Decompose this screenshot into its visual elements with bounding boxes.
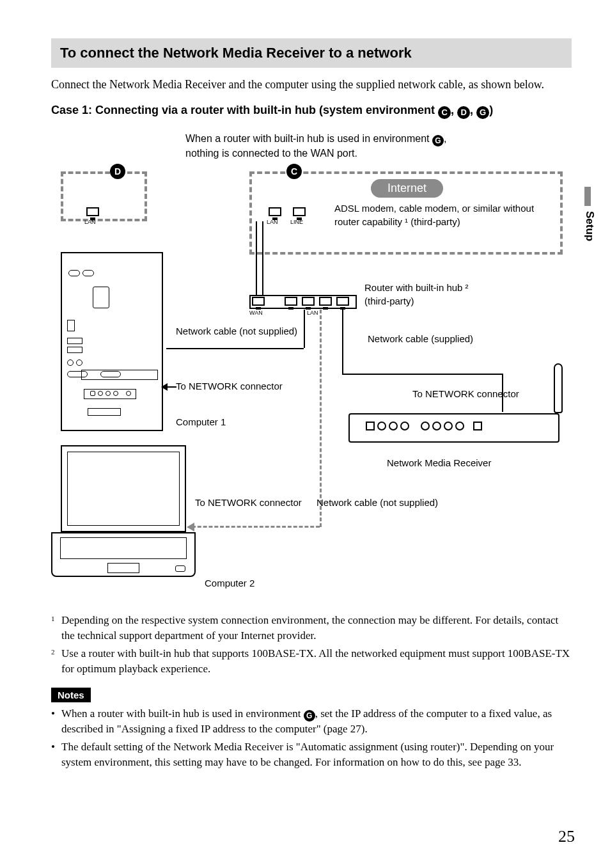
router-label: Router with built-in hub ² (third-party) [364,281,469,308]
case-heading-prefix: Case 1: Connecting via a router with bui… [51,104,438,116]
to-network-connector-label-1: To NETWORK connector [176,380,283,393]
modem-lan-port-icon [269,207,281,216]
env-letter-c: C [438,106,451,119]
cable-modem-router-2 [262,221,263,295]
router-lan-port-icon [285,297,297,306]
section-heading: To connect the Network Media Receiver to… [60,45,563,61]
netcable-ns-text: Network cable (not supplied) [317,497,438,508]
env-note-l2: nothing is connected to the WAN port. [185,148,357,159]
note-item-1: When a router with built-in hub is used … [51,706,572,737]
cable-router-c1-h [166,348,304,349]
cable-router-nmr-down [502,374,503,412]
env-note-letter: G [432,135,444,146]
computer-tower-icon [61,260,163,431]
router-lan-port-icon [336,297,349,306]
router-lan-port-icon [319,297,332,306]
notes-list: When a router with built-in hub is used … [51,706,572,769]
modem-lan-text: LAN [267,219,278,225]
netcable-s-text: Network cable (supplied) [368,333,473,344]
router-lan-port-icon [302,297,315,306]
side-section-label: Setup [583,211,596,241]
router-label-l2: (third-party) [364,296,414,306]
environment-note: When a router with built-in hub is used … [185,132,446,161]
cable-router-c2-dashed [320,310,322,527]
internet-label: Internet [371,179,443,198]
env-d-box [61,171,147,221]
env-note-l1-suffix: , [444,133,446,144]
cable-router-c1-v [304,310,305,348]
note-1-letter: G [304,710,315,722]
cable-router-nmr [342,310,343,374]
network-cable-not-supplied-label-1: Network cable (not supplied) [176,325,297,338]
connection-diagram: When a router with built-in hub is used … [51,132,572,605]
laptop-icon [51,445,198,586]
router-wan-text: WAN [249,310,263,316]
router-lan-text: LAN [307,310,318,316]
notes-heading: Notes [51,688,91,702]
env-d-lan-text: LAN [84,219,96,225]
case-heading: Case 1: Connecting via a router with bui… [51,104,572,119]
footnotes: 1Depending on the respective system conn… [51,613,572,676]
router-label-l1: Router with built-in hub ² [364,282,469,293]
nmr-label: Network Media Receiver [387,457,491,470]
to-network-connector-label-3: To NETWORK connector [195,496,302,509]
footnote-2-text: Use a router with built-in hub that supp… [61,646,572,677]
side-tab [584,187,591,206]
nmr-controls-icon [364,422,483,430]
network-cable-not-supplied-label-2: Network cable (not supplied) [317,496,438,509]
router-wan-port-icon [252,297,265,306]
netcable-ns-text: Network cable (not supplied) [176,326,297,336]
network-cable-supplied-label: Network cable (supplied) [368,333,473,345]
cable-router-nmr-h [342,374,502,375]
note-1-prefix: When a router with built-in hub is used … [61,707,304,720]
tonet-text: To NETWORK connector [195,497,302,508]
footnote-2: 2Use a router with built-in hub that sup… [51,646,572,677]
section-heading-bar: To connect the Network Media Receiver to… [51,38,572,68]
env-letter-d: D [457,106,470,119]
tonet-text: To NETWORK connector [176,381,283,391]
page-number: 25 [558,827,575,846]
arrow-to-c1-head [161,383,168,391]
footnote-1: 1Depending on the respective system conn… [51,613,572,643]
modem-label: ADSL modem, cable modem, or similar with… [334,202,545,228]
computer-1-label: Computer 1 [176,416,226,429]
intro-paragraph: Connect the Network Media Receiver and t… [51,77,572,92]
note-item-2: The default setting of the Network Media… [51,739,572,770]
case-heading-suffix: ) [489,104,493,116]
modem-line-port-icon [293,207,306,216]
env-letter-g: G [476,106,489,119]
nmr-antenna-icon [554,363,563,413]
computer-2-label: Computer 2 [205,577,254,590]
env-note-l1: When a router with built-in hub is used … [185,133,432,144]
footnote-1-text: Depending on the respective system conne… [61,613,572,643]
cable-modem-router [256,221,257,295]
env-d-lan-port-icon [86,207,99,216]
cable-to-c2-dashed-h [192,526,320,528]
note-2-text: The default setting of the Network Media… [61,739,572,770]
modem-line-text: LINE [290,219,303,225]
